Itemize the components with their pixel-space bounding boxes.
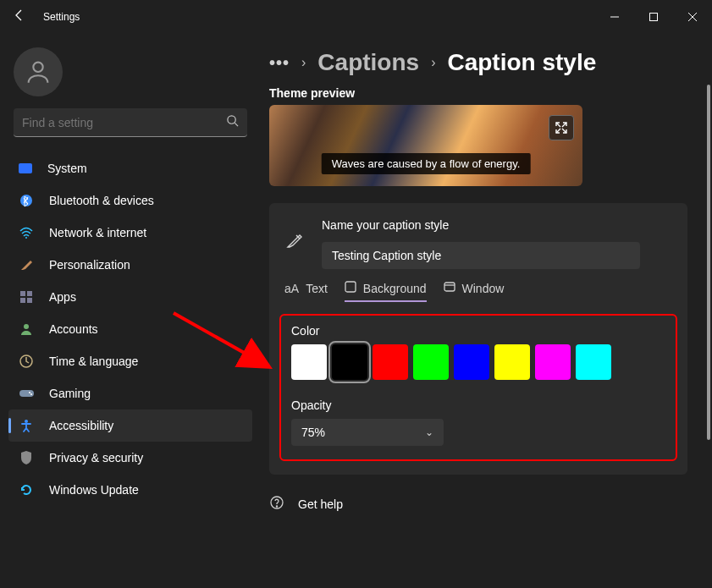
- text-size-icon: aA: [284, 282, 299, 295]
- breadcrumb: ••• › Captions › Caption style: [269, 49, 712, 76]
- nav-label: Accessibility: [49, 419, 113, 432]
- nav-label: Apps: [49, 290, 76, 304]
- nav-label: Personalization: [49, 258, 130, 272]
- window-title: Settings: [43, 11, 80, 23]
- person-icon: [19, 321, 34, 337]
- svg-rect-20: [444, 283, 455, 291]
- nav-personalization[interactable]: Personalization: [8, 249, 252, 281]
- display-icon: [19, 163, 32, 173]
- content-area: ••• › Captions › Caption style Theme pre…: [261, 34, 712, 588]
- svg-point-16: [29, 392, 30, 393]
- wifi-icon: [19, 225, 34, 240]
- breadcrumb-separator: ›: [431, 55, 435, 70]
- scrollbar-thumb[interactable]: [707, 85, 710, 440]
- apps-icon: [19, 289, 34, 305]
- svg-rect-11: [20, 298, 25, 303]
- nav-accounts[interactable]: Accounts: [8, 313, 252, 345]
- caption-style-card: Name your caption style aA Text Backgrou…: [269, 203, 687, 475]
- svg-point-4: [33, 63, 42, 72]
- accessibility-icon: [19, 418, 34, 433]
- tab-window[interactable]: Window: [444, 281, 505, 302]
- shield-icon: [19, 450, 34, 465]
- nav-accessibility[interactable]: Accessibility: [8, 409, 252, 442]
- svg-point-13: [24, 324, 29, 329]
- color-swatch[interactable]: [494, 344, 530, 380]
- nav-privacy[interactable]: Privacy & security: [8, 442, 252, 474]
- theme-preview-label: Theme preview: [269, 86, 712, 100]
- get-help-link[interactable]: Get help: [269, 495, 712, 513]
- nav-label: Windows Update: [49, 483, 139, 497]
- scrollbar[interactable]: [705, 85, 712, 440]
- tab-label: Background: [363, 282, 427, 295]
- svg-rect-15: [19, 390, 34, 397]
- brush-icon: [19, 257, 34, 272]
- svg-rect-10: [27, 291, 32, 296]
- color-label: Color: [291, 324, 665, 338]
- svg-point-5: [228, 116, 235, 124]
- nav-list: System Bluetooth & devices Network & int…: [8, 152, 252, 506]
- tab-list: aA Text Background Window: [284, 281, 672, 302]
- nav-system[interactable]: System: [8, 152, 252, 184]
- style-brush-icon: [284, 232, 303, 254]
- tab-label: Text: [306, 282, 328, 295]
- nav-label: Privacy & security: [49, 451, 143, 464]
- close-button[interactable]: [673, 3, 712, 30]
- nav-time-language[interactable]: Time & language: [8, 345, 252, 377]
- opacity-select[interactable]: 75% ⌄: [291, 419, 444, 446]
- maximize-button[interactable]: [634, 3, 673, 30]
- nav-label: Time & language: [49, 354, 138, 368]
- color-swatch[interactable]: [291, 344, 327, 380]
- color-swatch[interactable]: [454, 344, 489, 380]
- breadcrumb-captions-link[interactable]: Captions: [317, 49, 419, 76]
- bluetooth-icon: [19, 193, 34, 208]
- search-box[interactable]: [14, 108, 247, 137]
- tab-text[interactable]: aA Text: [284, 281, 328, 302]
- breadcrumb-overflow-button[interactable]: •••: [269, 53, 290, 73]
- nav-label: Network & internet: [49, 226, 146, 239]
- nav-bluetooth[interactable]: Bluetooth & devices: [8, 184, 252, 217]
- tab-background[interactable]: Background: [345, 281, 427, 302]
- update-icon: [19, 482, 34, 497]
- nav-gaming[interactable]: Gaming: [8, 377, 252, 409]
- get-help-label: Get help: [298, 497, 343, 511]
- svg-rect-19: [345, 282, 356, 292]
- opacity-value: 75%: [301, 426, 325, 439]
- sidebar: System Bluetooth & devices Network & int…: [0, 34, 261, 588]
- color-swatch[interactable]: [576, 344, 611, 380]
- window-controls: [595, 3, 712, 30]
- svg-point-17: [30, 393, 32, 395]
- nav-label: Gaming: [49, 387, 91, 400]
- caption-style-name-input[interactable]: [322, 242, 640, 269]
- opacity-label: Opacity: [291, 398, 665, 412]
- tab-label: Window: [462, 282, 505, 295]
- svg-rect-1: [650, 14, 658, 21]
- color-swatch[interactable]: [535, 344, 571, 380]
- minimize-button[interactable]: [595, 3, 634, 30]
- color-swatch[interactable]: [373, 344, 408, 380]
- back-button[interactable]: [13, 8, 26, 25]
- chevron-down-icon: ⌄: [425, 426, 433, 438]
- color-swatch[interactable]: [413, 344, 449, 380]
- help-icon: [269, 495, 284, 513]
- window-icon: [444, 281, 455, 295]
- nav-label: Bluetooth & devices: [49, 194, 154, 207]
- svg-rect-9: [20, 291, 25, 296]
- breadcrumb-separator: ›: [301, 55, 306, 70]
- preview-caption-text: Waves are caused by a flow of energy.: [322, 153, 531, 174]
- user-avatar[interactable]: [14, 47, 63, 96]
- breadcrumb-current: Caption style: [447, 49, 596, 76]
- color-swatch[interactable]: [332, 344, 367, 380]
- nav-label: System: [47, 162, 87, 175]
- svg-rect-12: [27, 298, 32, 303]
- search-icon: [226, 114, 239, 130]
- nav-network[interactable]: Network & internet: [8, 217, 252, 249]
- nav-apps[interactable]: Apps: [8, 281, 252, 313]
- clock-globe-icon: [19, 354, 34, 369]
- svg-point-18: [25, 420, 28, 423]
- background-icon: [345, 281, 356, 295]
- expand-preview-button[interactable]: [549, 115, 574, 140]
- nav-windows-update[interactable]: Windows Update: [8, 474, 252, 506]
- color-swatch-row: [291, 344, 665, 380]
- search-input[interactable]: [22, 116, 226, 129]
- theme-preview: Waves are caused by a flow of energy.: [269, 105, 582, 186]
